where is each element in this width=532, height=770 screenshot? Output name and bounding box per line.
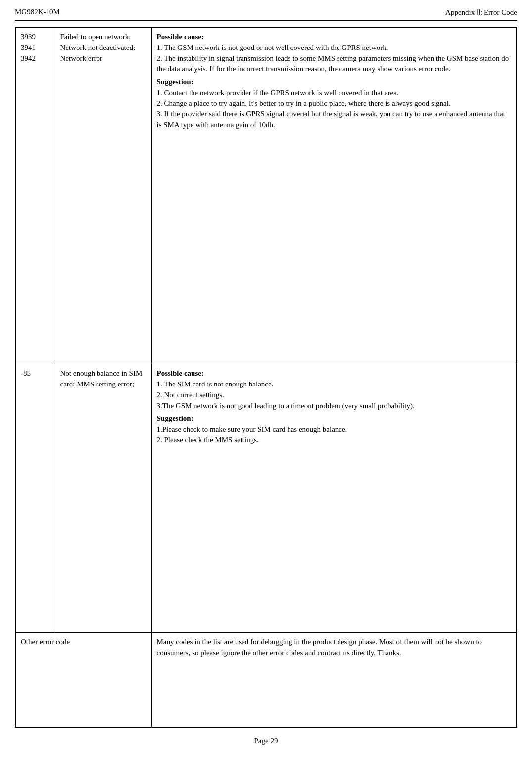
page-container: MG982K-10M Appendix Ⅱ: Error Code 393939… [0,0,532,770]
possible-cause-item-1: 1. The GSM network is not good or not we… [157,43,512,53]
error-code-cell: 393939413942 [15,27,55,364]
error-description-cell: Failed to open network; Network not deac… [55,27,151,364]
table-row: -85 Not enough balance in SIM card; MMS … [15,364,517,633]
suggestion-item-3: 3. If the provider said there is GPRS si… [157,109,512,131]
header-title: Appendix Ⅱ: Error Code [445,8,517,17]
error-code-table: 393939413942 Failed to open network; Net… [15,27,517,728]
suggestion-item-1: 1.Please check to make sure your SIM car… [157,424,512,435]
page-header: MG982K-10M Appendix Ⅱ: Error Code [15,5,517,21]
error-description: Failed to open network; Network not deac… [60,33,136,62]
other-error-content-cell: Many codes in the list are used for debu… [151,633,517,727]
possible-cause-label: Possible cause: [157,368,512,379]
possible-cause-item-1: 1. The SIM card is not enough balance. [157,379,512,390]
possible-cause-item-2: 2. The instability in signal transmissio… [157,53,512,75]
header-model: MG982K-10M [15,8,60,16]
error-code-value: -85 [21,369,31,377]
suggestion-label: Suggestion: [157,413,512,424]
page-number: Page 29 [254,737,278,745]
suggestion-item-1: 1. Contact the network provider if the G… [157,88,512,98]
table-row: Other error code Many codes in the list … [15,633,517,727]
suggestion-item-2: 2. Please check the MMS settings. [157,435,512,446]
possible-cause-label: Possible cause: [157,32,512,43]
other-error-label: Other error code [21,638,70,646]
suggestion-item-2: 2. Change a place to try again. It's bet… [157,98,512,109]
possible-cause-item-2: 2. Not correct settings. [157,390,512,401]
other-error-code-cell: Other error code [15,633,151,727]
error-code-cell: -85 [15,364,55,633]
other-error-text: Many codes in the list are used for debu… [157,638,482,657]
table-row: 393939413942 Failed to open network; Net… [15,27,517,364]
error-description: Not enough balance in SIM card; MMS sett… [60,369,143,388]
error-description-cell: Not enough balance in SIM card; MMS sett… [55,364,151,633]
error-code-value: 393939413942 [21,33,36,62]
possible-cause-item-3: 3.The GSM network is not good leading to… [157,401,512,412]
suggestion-label: Suggestion: [157,77,512,88]
page-footer: Page 29 [15,728,517,750]
error-content-cell: Possible cause: 1. The SIM card is not e… [151,364,517,633]
error-content-cell: Possible cause: 1. The GSM network is no… [151,27,517,364]
